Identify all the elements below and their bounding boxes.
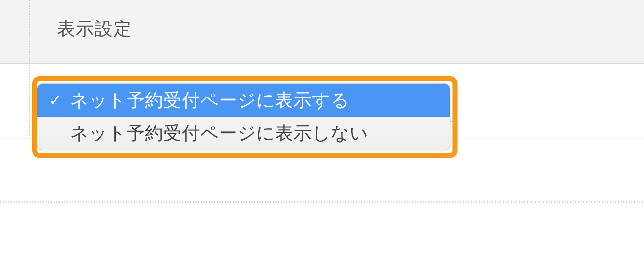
table-header-band: 表示設定 bbox=[0, 0, 644, 64]
display-settings-label: 表示設定 bbox=[57, 17, 132, 41]
check-icon: ✓ bbox=[47, 93, 63, 108]
table-horizontal-guide bbox=[0, 201, 644, 203]
dropdown-option-show[interactable]: ✓ ネット予約受付ページに表示する bbox=[37, 84, 450, 117]
dropdown-option-label: ネット予約受付ページに表示しない bbox=[70, 121, 368, 146]
dropdown-option-hide[interactable]: ✓ ネット予約受付ページに表示しない bbox=[37, 117, 450, 150]
dropdown-option-label: ネット予約受付ページに表示する bbox=[70, 88, 350, 113]
display-settings-dropdown[interactable]: ✓ ネット予約受付ページに表示する ✓ ネット予約受付ページに表示しない bbox=[37, 83, 450, 150]
table-vertical-guide bbox=[29, 0, 30, 139]
